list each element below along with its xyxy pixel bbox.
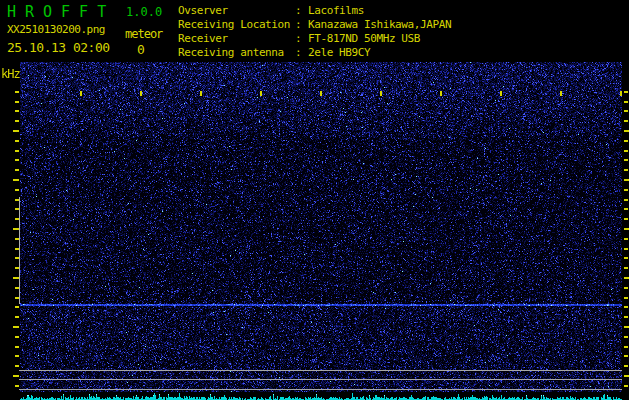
meteor-count: 0 — [137, 42, 145, 57]
freq-axis-minor-tick-right — [624, 306, 628, 308]
freq-axis-minor-tick-right — [624, 336, 628, 338]
freq-axis-tick-right — [624, 375, 629, 377]
freq-axis-minor-tick — [15, 159, 19, 161]
freq-axis-minor-tick-right — [624, 199, 628, 201]
freq-axis-minor-tick-right — [624, 365, 628, 367]
station-info: Ovserver:Lacofilms Receiving Location:Ka… — [178, 4, 451, 60]
app-title: HROFFT — [7, 3, 115, 21]
freq-axis-minor-tick — [15, 306, 19, 308]
signal-level-meter-canvas — [20, 393, 622, 400]
freq-axis-minor-tick-right — [624, 208, 628, 210]
freq-axis-minor-tick-right — [624, 297, 628, 299]
freq-axis-minor-tick — [15, 199, 19, 201]
info-value: Kanazawa Ishikawa,JAPAN — [308, 18, 451, 31]
freq-axis-minor-tick-right — [624, 287, 628, 289]
freq-axis-minor-tick — [15, 189, 19, 191]
info-colon: : — [295, 18, 308, 32]
freq-axis-minor-tick-right — [624, 101, 628, 103]
frame-datetime: 25.10.13 02:00 — [7, 40, 110, 55]
time-axis-tick — [380, 91, 382, 96]
spectrogram-canvas — [20, 62, 622, 392]
calibration-line — [19, 389, 622, 390]
freq-axis-minor-tick-right — [624, 385, 628, 387]
freq-axis-minor-tick — [15, 110, 19, 112]
info-value: 2ele HB9CY — [308, 46, 370, 59]
freq-axis-minor-tick-right — [624, 346, 628, 348]
freq-axis-tick-right — [624, 179, 629, 181]
time-axis-tick — [320, 91, 322, 96]
freq-axis-tick-right — [624, 228, 629, 230]
freq-axis-minor-tick — [15, 287, 19, 289]
time-axis-tick — [140, 91, 142, 96]
freq-axis-minor-tick — [15, 150, 19, 152]
time-axis-tick — [560, 91, 562, 96]
info-colon: : — [295, 4, 308, 18]
freq-axis-minor-tick — [15, 248, 19, 250]
freq-axis-minor-tick-right — [624, 238, 628, 240]
freq-axis-minor-tick-right — [624, 316, 628, 318]
freq-axis-tick — [13, 179, 19, 181]
freq-axis-minor-tick — [15, 297, 19, 299]
freq-axis-tick — [13, 130, 19, 132]
freq-axis-minor-tick — [15, 120, 19, 122]
info-value: Lacofilms — [308, 4, 364, 17]
freq-axis-minor-tick-right — [624, 169, 628, 171]
freq-axis-minor-tick — [15, 257, 19, 259]
app-version: 1.0.0 — [126, 5, 162, 19]
freq-axis-minor-tick-right — [624, 159, 628, 161]
freq-axis-tick-right — [624, 130, 629, 132]
info-label: Receiving Location — [178, 18, 295, 32]
freq-axis-minor-tick-right — [624, 248, 628, 250]
info-row-receiver: Receiver:FT-817ND 50MHz USB — [178, 32, 451, 46]
freq-axis-minor-tick — [15, 267, 19, 269]
time-axis-tick — [260, 91, 262, 96]
freq-axis-minor-tick-right — [624, 257, 628, 259]
freq-axis-tick-right — [624, 326, 629, 328]
freq-axis-minor-tick — [15, 365, 19, 367]
time-axis-tick — [80, 91, 82, 96]
freq-axis-minor-tick-right — [624, 267, 628, 269]
freq-axis-tick — [13, 375, 19, 377]
info-colon: : — [295, 32, 308, 46]
freq-axis-minor-tick — [15, 169, 19, 171]
info-label: Receiver — [178, 32, 295, 46]
calibration-line — [19, 379, 622, 380]
freq-axis-minor-tick — [15, 140, 19, 142]
hrofft-screen: HROFFT 1.0.0 XX2510130200.png meteor 25.… — [0, 0, 629, 400]
freq-axis-minor-tick-right — [624, 91, 628, 93]
info-label: Ovserver — [178, 4, 295, 18]
freq-axis-minor-tick-right — [624, 110, 628, 112]
time-axis-tick — [200, 91, 202, 96]
info-row-location: Receiving Location:Kanazawa Ishikawa,JAP… — [178, 18, 451, 32]
freq-axis-minor-tick-right — [624, 120, 628, 122]
freq-axis-minor-tick — [15, 385, 19, 387]
frame-start-marker-line — [19, 197, 20, 304]
freq-axis-minor-tick-right — [624, 218, 628, 220]
info-row-antenna: Receiving antenna:2ele HB9CY — [178, 46, 451, 60]
time-axis-tick — [500, 91, 502, 96]
freq-axis-minor-tick-right — [624, 150, 628, 152]
freq-axis-minor-tick — [15, 316, 19, 318]
freq-axis-minor-tick — [15, 208, 19, 210]
calibration-line — [19, 370, 622, 371]
freq-axis-tick — [13, 277, 19, 279]
freq-axis-tick-right — [624, 277, 629, 279]
info-colon: : — [295, 46, 308, 60]
freq-axis-minor-tick — [15, 218, 19, 220]
freq-axis-minor-tick — [15, 336, 19, 338]
freq-axis-minor-tick — [15, 91, 19, 93]
freq-axis-tick — [13, 326, 19, 328]
freq-axis-minor-tick — [15, 355, 19, 357]
info-label: Receiving antenna — [178, 46, 295, 60]
freq-axis-minor-tick — [15, 238, 19, 240]
freq-axis-minor-tick-right — [624, 355, 628, 357]
output-filename: XX2510130200.png — [7, 23, 105, 36]
freq-axis-minor-tick — [15, 101, 19, 103]
info-row-observer: Ovserver:Lacofilms — [178, 4, 451, 18]
freq-axis-minor-tick-right — [624, 189, 628, 191]
info-value: FT-817ND 50MHz USB — [308, 32, 420, 45]
observation-mode: meteor — [125, 27, 162, 41]
time-axis-tick — [440, 91, 442, 96]
freq-axis-minor-tick-right — [624, 140, 628, 142]
freq-axis-minor-tick — [15, 346, 19, 348]
